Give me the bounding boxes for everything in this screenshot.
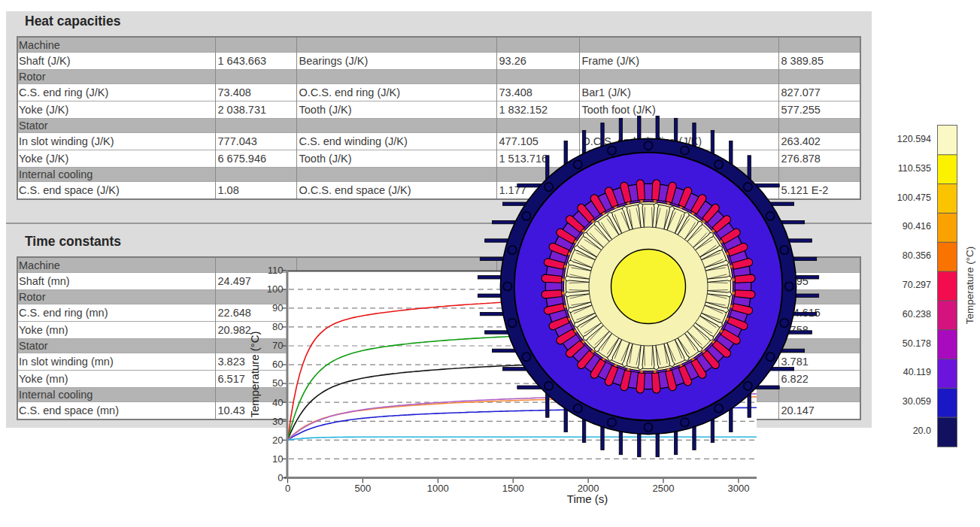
- svg-text:Temperature (°C): Temperature (°C): [248, 331, 261, 417]
- svg-text:90: 90: [272, 302, 283, 313]
- svg-text:3000: 3000: [727, 483, 749, 494]
- svg-text:30: 30: [272, 416, 283, 427]
- svg-text:2500: 2500: [653, 483, 675, 494]
- svg-text:50: 50: [272, 377, 283, 389]
- svg-text:110: 110: [268, 265, 284, 276]
- svg-text:40: 40: [272, 397, 283, 408]
- svg-text:70: 70: [272, 340, 283, 351]
- svg-text:500: 500: [355, 483, 372, 494]
- svg-text:60: 60: [272, 359, 283, 370]
- svg-text:10: 10: [272, 453, 283, 465]
- svg-text:Time (s): Time (s): [567, 492, 608, 505]
- svg-text:0: 0: [278, 472, 283, 483]
- svg-text:1500: 1500: [502, 483, 524, 494]
- svg-text:20: 20: [272, 435, 283, 446]
- svg-text:100: 100: [267, 283, 284, 295]
- svg-text:80: 80: [272, 321, 283, 332]
- svg-text:0: 0: [285, 483, 290, 494]
- svg-text:1000: 1000: [427, 483, 449, 494]
